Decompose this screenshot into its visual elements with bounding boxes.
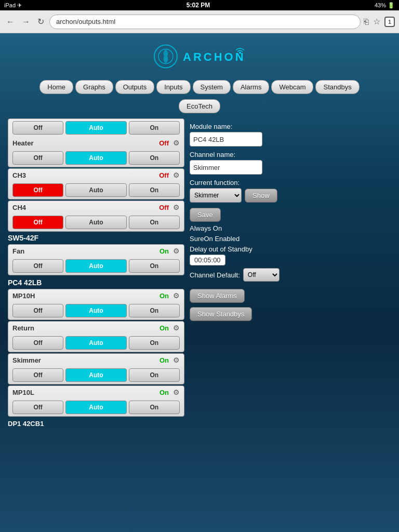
channel-skimmer: Skimmer On ⚙ Off Auto On: [8, 353, 184, 384]
channel-mp10l: MP10L On ⚙ Off Auto On: [8, 385, 184, 417]
channel-default-row: Channel Default: Off On Auto: [190, 268, 391, 282]
archon-logo: ARCHON: [148, 41, 251, 72]
ch3-toggle: Off Auto On: [8, 181, 184, 199]
mp10h-name-row: MP10H On ⚙: [8, 289, 184, 302]
skimmer-on-btn[interactable]: On: [129, 368, 180, 382]
mp10h-off-btn[interactable]: Off: [12, 304, 63, 317]
nav-webcam[interactable]: Webcam: [271, 80, 313, 94]
skimmer-auto-btn[interactable]: Auto: [65, 368, 127, 382]
tab-count[interactable]: 1: [384, 17, 395, 27]
status-bar: iPad ✈ 5:02 PM 43% 🔋: [0, 0, 399, 10]
fan-off-btn[interactable]: Off: [12, 259, 63, 273]
bookmark-button[interactable]: ☆: [373, 17, 380, 26]
nav-system[interactable]: System: [193, 80, 231, 94]
right-panel: Module name: Channel name: Current funct…: [190, 118, 391, 430]
skimmer-name-row: Skimmer On ⚙: [8, 354, 184, 366]
show-standbys-button[interactable]: Show Standbys: [190, 307, 252, 321]
mp10l-on-btn[interactable]: On: [129, 401, 180, 414]
mp10h-label: MP10H: [12, 292, 155, 300]
mp10l-auto-btn[interactable]: Auto: [65, 401, 127, 414]
status-right: 43% 🔋: [375, 2, 395, 9]
ecotech-area: EcoTech: [0, 97, 399, 116]
heater-auto-top-btn[interactable]: Auto: [65, 121, 127, 135]
channel-ch4: CH4 Off ⚙ Off Auto On: [8, 201, 184, 232]
back-button[interactable]: ←: [4, 16, 17, 28]
ch4-auto-btn[interactable]: Auto: [65, 216, 127, 229]
ch4-on-btn[interactable]: On: [129, 216, 180, 229]
skimmer-label: Skimmer: [12, 356, 155, 364]
heater-label: Heater: [12, 139, 155, 147]
heater-on-top-btn[interactable]: On: [129, 121, 180, 135]
page-background: ARCHON Home Graphs Outputs Inputs System…: [0, 33, 399, 532]
return-name-row: Return On ⚙: [8, 322, 184, 334]
mp10h-auto-btn[interactable]: Auto: [65, 304, 127, 317]
mp10l-toggle: Off Auto On: [8, 398, 184, 416]
return-toggle: Off Auto On: [8, 334, 184, 352]
heater-off-btn[interactable]: Off: [12, 151, 63, 165]
ch3-on-btn[interactable]: On: [129, 183, 180, 197]
fan-auto-btn[interactable]: Auto: [65, 259, 127, 273]
ch4-off-btn[interactable]: Off: [12, 216, 63, 229]
heater-off-top-btn[interactable]: Off: [12, 121, 63, 135]
heater-on-btn[interactable]: On: [129, 151, 180, 165]
browser-chrome: ← → ↻ archon/outputs.html ⎗ ☆ 1: [0, 10, 399, 33]
skimmer-off-btn[interactable]: Off: [12, 368, 63, 382]
mp10h-status: On: [159, 292, 169, 300]
fan-gear-icon[interactable]: ⚙: [173, 247, 180, 255]
return-gear-icon[interactable]: ⚙: [173, 324, 180, 332]
heater-top-toggle: Off Auto On: [8, 119, 184, 137]
ch4-name-row: CH4 Off ⚙: [8, 201, 184, 214]
ch3-status: Off: [159, 171, 169, 179]
module-name-input[interactable]: [190, 132, 262, 147]
return-label: Return: [12, 324, 155, 332]
ecotech-button[interactable]: EcoTech: [179, 99, 220, 113]
save-button[interactable]: Save: [190, 208, 221, 222]
nav-alarms[interactable]: Alarms: [233, 80, 269, 94]
return-auto-btn[interactable]: Auto: [65, 336, 127, 350]
mp10h-on-btn[interactable]: On: [129, 304, 180, 317]
forward-button[interactable]: →: [20, 16, 32, 28]
mp10l-gear-icon[interactable]: ⚙: [173, 388, 180, 396]
ch4-gear-icon[interactable]: ⚙: [173, 203, 180, 211]
channel-name-input[interactable]: [190, 160, 262, 175]
channel-heater: Off Auto On Heater Off ⚙ Off Auto On: [8, 118, 184, 167]
fan-on-btn[interactable]: On: [129, 259, 180, 273]
nav-home[interactable]: Home: [39, 80, 73, 94]
channel-default-select[interactable]: Off On Auto: [243, 268, 280, 282]
ch3-off-btn[interactable]: Off: [12, 183, 63, 197]
skimmer-gear-icon[interactable]: ⚙: [173, 356, 180, 364]
channel-default-label: Channel Default:: [190, 271, 240, 279]
address-bar[interactable]: archon/outputs.html: [49, 15, 361, 29]
mp10h-gear-icon[interactable]: ⚙: [173, 291, 180, 300]
nav-bar: Home Graphs Outputs Inputs System Alarms…: [0, 77, 399, 97]
channel-ch3: CH3 Off ⚙ Off Auto On: [8, 168, 184, 200]
ch3-auto-btn[interactable]: Auto: [65, 183, 127, 197]
heater-auto-btn[interactable]: Auto: [65, 151, 127, 165]
heater-gear-icon[interactable]: ⚙: [173, 139, 180, 147]
function-select[interactable]: Skimmer: [190, 188, 242, 203]
sw542f-section: SW5-42F Fan On ⚙ Off Auto On: [8, 233, 184, 275]
fan-name-row: Fan On ⚙: [8, 245, 184, 257]
module-name-label: Module name:: [190, 123, 391, 130]
fan-label: Fan: [12, 247, 155, 255]
mp10l-off-btn[interactable]: Off: [12, 401, 63, 414]
channel-mp10h: MP10H On ⚙ Off Auto On: [8, 289, 184, 320]
ch3-label: CH3: [12, 171, 155, 179]
delay-value: 00:05:00: [190, 255, 225, 265]
return-on-btn[interactable]: On: [129, 336, 180, 350]
ch3-gear-icon[interactable]: ⚙: [173, 171, 180, 179]
reload-button[interactable]: ↻: [35, 16, 46, 28]
dp142cb1-label: DP1 42CB1: [8, 419, 184, 429]
show-alarms-button[interactable]: Show Alarms: [190, 289, 245, 303]
nav-graphs[interactable]: Graphs: [75, 80, 113, 94]
function-show-btn[interactable]: Show: [245, 189, 277, 203]
share-button[interactable]: ⎗: [364, 17, 369, 26]
nav-inputs[interactable]: Inputs: [156, 80, 190, 94]
fan-status: On: [159, 247, 169, 255]
channel-fan: Fan On ⚙ Off Auto On: [8, 244, 184, 275]
url-text: archon/outputs.html: [56, 18, 115, 25]
return-off-btn[interactable]: Off: [12, 336, 63, 350]
nav-standbys[interactable]: Standbys: [315, 80, 359, 94]
mp10h-toggle: Off Auto On: [8, 302, 184, 320]
nav-outputs[interactable]: Outputs: [115, 80, 155, 94]
